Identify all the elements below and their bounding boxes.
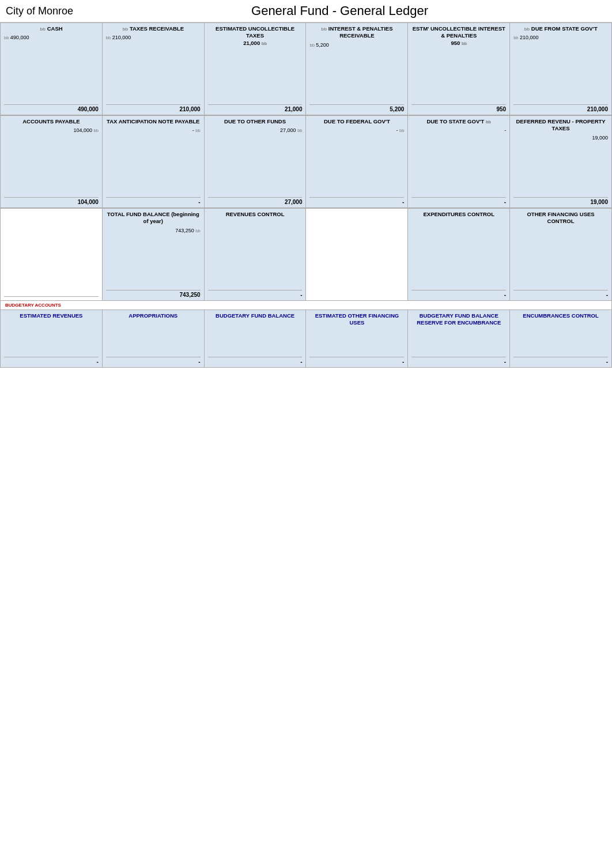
- encumbrances-control-total: -: [513, 357, 608, 365]
- cell-encumbrances-control: ENCUMBRANCES CONTROL -: [510, 310, 612, 368]
- cell-tax-anticipation: TAX ANTICIPATION NOTE PAYABLE - bb -: [103, 116, 205, 208]
- due-to-federal-total: -: [309, 197, 404, 205]
- cell-estimated-uncollectible: ESTIMATED UNCOLLECTIBLE TAXES 21,000 bb …: [205, 23, 307, 115]
- estm-uncollectible-total: 950: [411, 104, 506, 112]
- cash-total: 490,000: [4, 104, 99, 112]
- row3: TOTAL FUND BALANCE (beginning of year) 7…: [0, 208, 612, 301]
- cell-interest-penalties: bb INTEREST & PENALTIES RECEIVABLE bb 5,…: [306, 23, 408, 115]
- revenues-control-total: -: [208, 290, 303, 298]
- appropriations-total: -: [106, 357, 201, 365]
- cell-other-financing: OTHER FINANCING USES CONTROL -: [510, 209, 612, 301]
- interest-penalties-total: 5,200: [309, 104, 404, 112]
- cell-estimated-revenues: ESTIMATED REVENUES -: [1, 310, 103, 368]
- budgetary-reserve-total: -: [411, 357, 506, 365]
- due-from-state-total: 210,000: [513, 104, 608, 112]
- budgetary-fund-balance-total: -: [208, 357, 303, 365]
- uncollectible-taxes-total: 21,000: [208, 104, 303, 112]
- row1: bb CASH bb 490,000 490,000 bb TAXES RECE…: [0, 22, 612, 115]
- total-fund-balance-total: 743,250: [106, 290, 201, 298]
- cell-accounts-payable: ACCOUNTS PAYABLE 104,000 bb 104,000: [1, 116, 103, 208]
- cell-revenues-control: REVENUES CONTROL -: [205, 209, 307, 301]
- cell-cash: bb CASH bb 490,000 490,000: [1, 23, 103, 115]
- estimated-revenues-total: -: [4, 357, 99, 365]
- cell-estimated-other-financing: ESTIMATED OTHER FINANCING USES -: [306, 310, 408, 368]
- other-financing-total: -: [513, 290, 608, 298]
- expenditures-control-total: -: [411, 290, 506, 298]
- tax-anticipation-total: -: [106, 197, 201, 205]
- cell-due-from-state: bb DUE FROM STATE GOV'T bb 210,000 210,0…: [510, 23, 612, 115]
- cell-total-fund-balance: TOTAL FUND BALANCE (beginning of year) 7…: [103, 209, 205, 301]
- deferred-revenue-total: 19,000: [513, 197, 608, 205]
- budgetary-section-label: BUDGETARY ACCOUNTS: [0, 301, 612, 310]
- cell-due-to-state: DUE TO STATE GOV'T bb - -: [408, 116, 510, 208]
- page-title: General Fund - General Ledger: [73, 3, 606, 18]
- taxes-receivable-total: 210,000: [106, 104, 201, 112]
- due-to-other-total: 27,000: [208, 197, 303, 205]
- accounts-payable-total: 104,000: [4, 197, 99, 205]
- cell-estm-uncollectible: ESTM' UNCOLLECTIBLE INTEREST & PENALTIES…: [408, 23, 510, 115]
- cell-empty-3-1: [1, 209, 103, 301]
- cell-expenditures-control: EXPENDITURES CONTROL -: [408, 209, 510, 301]
- city-name: City of Monroe: [6, 5, 73, 17]
- ledger-container: bb CASH bb 490,000 490,000 bb TAXES RECE…: [0, 22, 612, 368]
- row2: ACCOUNTS PAYABLE 104,000 bb 104,000 TAX …: [0, 115, 612, 208]
- cell-due-to-federal: DUE TO FEDERAL GOV'T - bb -: [306, 116, 408, 208]
- cell-empty-3-4: [306, 209, 408, 301]
- cell-budgetary-fund-balance: BUDGETARY FUND BALANCE -: [205, 310, 307, 368]
- cell-due-to-other: DUE TO OTHER FUNDS 27,000 bb 27,000: [205, 116, 307, 208]
- due-to-state-total: -: [411, 197, 506, 205]
- estimated-other-financing-total: -: [309, 357, 404, 365]
- budgetary-row: ESTIMATED REVENUES - APPROPRIATIONS - BU…: [0, 310, 612, 368]
- cell-appropriations: APPROPRIATIONS -: [103, 310, 205, 368]
- cell-deferred-revenue: DEFERRED REVENU - PROPERTY TAXES 19,000 …: [510, 116, 612, 208]
- cell-taxes-receivable: bb TAXES RECEIVABLE bb 210,000 210,000: [103, 23, 205, 115]
- page-header: City of Monroe General Fund - General Le…: [0, 0, 612, 22]
- cell-budgetary-reserve: BUDGETARY FUND BALANCE RESERVE FOR ENCUM…: [408, 310, 510, 368]
